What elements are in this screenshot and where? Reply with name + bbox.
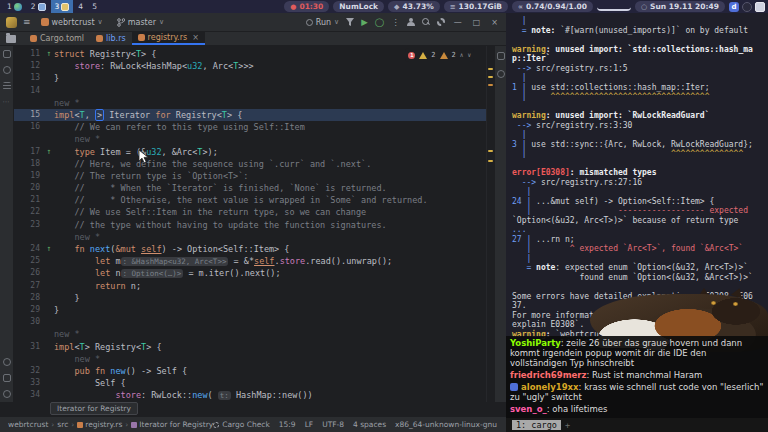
code-line[interactable]: 30 (14, 316, 486, 328)
code-line[interactable]: 14 (14, 85, 486, 97)
inlay-row[interactable]: new * (14, 353, 486, 365)
tmux-active-window[interactable]: 1: cargo (512, 420, 561, 430)
error-count-badge: 1 (408, 52, 415, 59)
breadcrumb-item[interactable]: webrtcrust (8, 420, 48, 429)
main-menu-icon[interactable]: ≡ (23, 17, 31, 27)
next-issue-icon[interactable]: ∨ (467, 49, 471, 61)
filter-icon[interactable] (346, 18, 354, 26)
code-line[interactable]: 34 store: RwLock::new( t: HashMap::new()… (14, 389, 486, 401)
editor-scrollbar[interactable] (486, 46, 494, 402)
structure-tool-icon[interactable] (3, 82, 11, 90)
inlay-row[interactable]: new * (14, 133, 486, 145)
project-tool-icon[interactable] (6, 35, 16, 43)
tab-registry.rs[interactable]: registry.rs× (132, 32, 205, 45)
workspace-1[interactable]: 1 (3, 0, 26, 13)
settings-gear-icon[interactable] (437, 18, 445, 26)
status-item[interactable]: LF (305, 420, 314, 429)
code-line[interactable]: 22 // We use Self::Item in the return ty… (14, 206, 486, 218)
maximize-button[interactable]: □ (471, 18, 483, 27)
more-tools-icon[interactable]: ⋯ (3, 98, 11, 106)
code-with-me-icon[interactable] (407, 18, 415, 26)
code-line[interactable]: 18 // Here, we define the sequence using… (14, 158, 486, 170)
code-line[interactable]: 21 // * Otherwise, the next value is wra… (14, 194, 486, 206)
terminal-line (512, 159, 768, 169)
terminal-line (512, 35, 768, 45)
code-line[interactable]: 29} (14, 304, 486, 316)
workspace-5[interactable]: 5 (88, 0, 101, 13)
status-item[interactable]: UTF-8 (322, 420, 344, 429)
tab-Cargo.toml[interactable]: Cargo.toml (24, 32, 90, 45)
workspace-2[interactable]: 2 (27, 0, 50, 13)
code-line[interactable]: 15impl<T, > Iterator for Registry<T> { (14, 109, 486, 121)
memory-value: 130.17GiB (459, 2, 502, 11)
workspace-4[interactable]: 4 (74, 0, 87, 13)
code-line[interactable]: 17↑ type Item = (&u32, &Arc<T>); (14, 146, 486, 158)
close-button[interactable]: × (489, 18, 500, 27)
code-editor[interactable]: 11↑struct Registry<T> {12 store: RwLock<… (14, 46, 486, 402)
code-line[interactable]: 12 store: RwLock<HashMap<u32, Arc<T>>> (14, 60, 486, 72)
run-tool-icon[interactable] (3, 358, 11, 366)
status-item[interactable]: 15:9 (279, 420, 296, 429)
status-item[interactable]: 4 spaces (353, 420, 386, 429)
interline-hint: new * (54, 134, 100, 144)
inlay-row[interactable]: new * (14, 231, 486, 243)
code-line[interactable]: 19 // The return type is `Option<T>`: (14, 170, 486, 182)
breadcrumb-item[interactable]: registry.rs (77, 420, 122, 429)
inspections-widget[interactable]: 1 2 2 ∧ ∨ (405, 48, 474, 62)
line-number: 26 (14, 267, 44, 279)
code-line[interactable]: 24↑ fn next(&mut self) -> Option<Self::I… (14, 243, 486, 255)
close-icon[interactable]: × (192, 33, 199, 42)
workspace-3[interactable]: 3 (51, 0, 74, 13)
breadcrumb-label: Iterator for Registry (139, 420, 213, 429)
more-actions-icon[interactable]: ⋮ (391, 17, 400, 27)
token (54, 183, 74, 193)
code-line[interactable]: 27 return n; (14, 280, 486, 292)
chevron-down-icon: ∨ (159, 18, 164, 26)
cpu-value: 43.73% (402, 2, 433, 11)
terminal-tool-icon[interactable] (3, 374, 11, 382)
code-line[interactable]: 26 let n: Option<(…)> = m.iter().next(); (14, 267, 486, 279)
prev-issue-icon[interactable]: ∧ (460, 49, 464, 61)
breadcrumb-tooltip: Iterator for Registry (50, 402, 138, 415)
code-line[interactable]: 28 } (14, 292, 486, 304)
token: .read().unwrap(); (305, 256, 392, 266)
code-line[interactable]: 31impl<T> Registry<T> { (14, 341, 486, 353)
token: self (254, 256, 274, 266)
branch-selector[interactable]: master ∨ (113, 17, 168, 28)
database-tool-icon[interactable] (497, 52, 505, 60)
status-item[interactable]: x86_64-unknown-linux-gnu (395, 420, 497, 429)
code-line[interactable]: 13} (14, 72, 486, 84)
code-line[interactable]: 32 pub fn new() -> Self { (14, 365, 486, 377)
minimize-button[interactable]: — (452, 18, 464, 27)
commit-tool-icon[interactable] (3, 50, 11, 58)
tab-lib.rs[interactable]: lib.rs (90, 32, 132, 45)
code-line[interactable]: 16 // We can refer to this type using Se… (14, 121, 486, 133)
vcs-tool-icon[interactable] (3, 66, 11, 74)
breadcrumb-item[interactable]: src (57, 420, 68, 429)
problems-tool-icon[interactable] (3, 390, 11, 398)
token: } (54, 73, 59, 83)
status-item[interactable]: Cargo Check (213, 420, 270, 429)
code-line[interactable]: 23 // the type without having to update … (14, 219, 486, 231)
display-icon[interactable] (755, 2, 765, 12)
debug-button[interactable]: ◯ (375, 17, 385, 27)
breadcrumb-item[interactable]: Iterator for Registry (131, 420, 213, 429)
inlay-row[interactable]: new * (14, 328, 486, 340)
assistant-tool-icon[interactable] (497, 70, 505, 78)
breadcrumb[interactable]: webrtcrust›src›registry.rs›Iterator for … (8, 420, 213, 429)
project-selector[interactable]: webrtcrust ∨ (37, 17, 107, 28)
discord-icon[interactable]: d (729, 2, 739, 12)
ide-toolbar: ≡ webrtcrust ∨ master ∨ Run ∨ (0, 13, 506, 32)
gutter-spacer (44, 353, 54, 365)
search-everywhere-icon[interactable] (422, 18, 430, 26)
breadcrumb-separator: › (125, 420, 128, 429)
token: m (115, 256, 120, 266)
run-configuration-selector[interactable]: Run ∨ (306, 18, 339, 27)
code-line[interactable]: 25 let m: &HashMap<u32, Arc<T>> = &*self… (14, 255, 486, 267)
code-line[interactable]: 33 Self { (14, 377, 486, 389)
code-line[interactable]: 20 // * When the `Iterator` is finished,… (14, 182, 486, 194)
app-icon[interactable] (742, 2, 752, 12)
run-button[interactable]: ▶ (361, 17, 368, 27)
ide-logo-icon[interactable] (6, 17, 17, 28)
inlay-row[interactable]: new * (14, 97, 486, 109)
